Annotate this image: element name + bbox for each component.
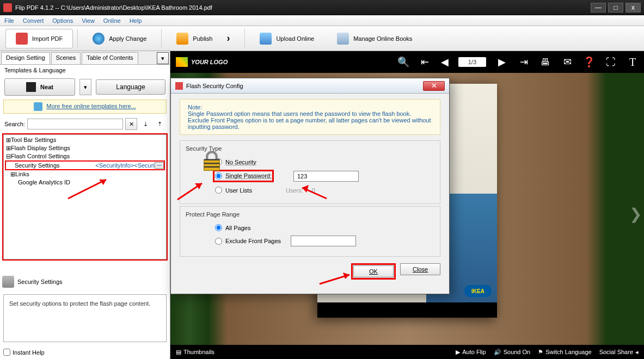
page-indicator[interactable]: 1/3 <box>458 57 486 67</box>
menu-convert[interactable]: Convert <box>23 17 44 24</box>
tree-links[interactable]: ⊞Links <box>5 170 165 178</box>
close-button[interactable]: Close <box>400 263 440 275</box>
publish-button[interactable]: Publish › <box>166 29 240 48</box>
apply-change-button[interactable]: Apply Change <box>82 29 157 48</box>
sort-down-icon[interactable]: ⇣ <box>139 118 151 130</box>
no-security-label: No Security <box>225 159 256 165</box>
instant-help-row[interactable]: Instant Help <box>3 349 167 356</box>
tree-flash-control-settings[interactable]: ⊟Flash Control Settings <box>5 152 165 160</box>
main-toolbar: Import PDF Apply Change Publish › Upload… <box>0 26 644 51</box>
user-lists-radio[interactable] <box>215 187 222 194</box>
dialog-note: Note: Single Password option means that … <box>180 99 440 135</box>
users-count: 0 <box>312 187 315 194</box>
ok-button[interactable]: OK <box>353 265 394 277</box>
window-title: Flip PDF 4.1.2 -- C:\Users\Administrator… <box>15 4 591 11</box>
instant-help-label: Instant Help <box>13 349 45 356</box>
upload-online-button[interactable]: Upload Online <box>249 29 324 48</box>
tab-design-setting[interactable]: Design Setting <box>1 52 50 64</box>
help-icon[interactable]: ❓ <box>583 56 595 68</box>
lock-icon <box>200 150 224 174</box>
viewer-footer: ▤ Thumbnails ▶ Auto Flip 🔊 Sound On ⚑ Sw… <box>170 345 644 359</box>
protect-range-fieldset: Protect Page Range All Pages Exclude Fro… <box>180 206 440 257</box>
svg-rect-0 <box>204 160 220 171</box>
separator <box>161 29 162 48</box>
radio-no-security[interactable]: No Security <box>215 156 431 168</box>
text-icon[interactable]: T <box>627 56 639 68</box>
next-arrow-icon[interactable]: ❯ <box>629 205 642 223</box>
security-value-cell[interactable]: <SecurityInfo><Securi··· <box>95 162 164 169</box>
instant-help-checkbox[interactable] <box>3 349 10 356</box>
language-button[interactable]: Language <box>96 79 165 95</box>
tree-toolbar-settings[interactable]: ⊞Tool Bar Settings <box>5 136 165 144</box>
note-label: Note: <box>188 104 202 110</box>
print-icon[interactable]: 🖶 <box>539 56 551 68</box>
switch-language-button[interactable]: ⚑ Switch Language <box>538 349 591 356</box>
left-panel: Design Setting Scenes Table of Contents … <box>0 51 170 359</box>
tab-toc[interactable]: Table of Contents <box>82 52 138 64</box>
clear-search-button[interactable]: ✕ <box>125 118 137 130</box>
templates-link-bar: More free online templates here... <box>3 100 167 114</box>
description-box: Set security options to protect the flas… <box>3 294 167 342</box>
tree-security-settings[interactable]: Security Settings <SecurityInfo><Securi·… <box>5 160 165 170</box>
tree-google-analytics[interactable]: Google Analytics ID <box>5 178 165 186</box>
dialog-close-x[interactable]: ✕ <box>423 81 445 91</box>
sort-up-icon[interactable]: ⇡ <box>154 118 165 130</box>
upload-icon <box>260 33 272 45</box>
template-dropdown-icon[interactable]: ▾ <box>79 79 91 95</box>
user-lists-label: User Lists <box>225 187 252 194</box>
radio-all-pages[interactable]: All Pages <box>215 222 431 233</box>
templates-language-label: Templates & Language <box>0 65 170 76</box>
users-label: Users: <box>286 187 303 194</box>
menu-online[interactable]: Online <box>103 17 121 24</box>
menu-view[interactable]: View <box>82 17 95 24</box>
manage-books-button[interactable]: Manage Online Books <box>327 29 422 48</box>
email-icon[interactable]: ✉ <box>561 56 573 68</box>
minimize-button[interactable]: — <box>591 3 606 13</box>
import-pdf-button[interactable]: Import PDF <box>5 29 73 48</box>
zoom-icon[interactable]: 🔍 <box>397 56 409 68</box>
more-templates-link[interactable]: More free online templates here... <box>46 103 136 109</box>
viewer-toolbar: YOUR LOGO 🔍 ⇤ ◀ 1/3 ▶ ⇥ 🖶 ✉ ❓ ⛶ T <box>170 51 644 73</box>
tab-dropdown-icon[interactable]: ▾ <box>157 52 169 64</box>
first-page-icon[interactable]: ⇤ <box>419 56 431 68</box>
menu-options[interactable]: Options <box>52 17 73 24</box>
exclude-front-radio[interactable] <box>215 238 222 245</box>
security-type-fieldset: Security Type No Security Single Passwor… <box>180 140 440 204</box>
search-label: Search: <box>4 121 25 127</box>
search-input[interactable] <box>27 119 123 129</box>
separator <box>77 29 78 48</box>
apply-change-label: Apply Change <box>109 35 146 42</box>
thumbnails-button[interactable]: ▤ Thumbnails <box>176 349 214 356</box>
radio-user-lists[interactable]: User Lists Users: 0 <box>215 184 431 196</box>
fullscreen-icon[interactable]: ⛶ <box>605 56 617 68</box>
pdf-icon <box>16 33 28 45</box>
prev-page-icon[interactable]: ◀ <box>441 56 449 68</box>
radio-exclude-front[interactable]: Exclude Front Pages <box>215 233 431 249</box>
single-password-label: Single Password: <box>225 172 272 180</box>
all-pages-label: All Pages <box>225 225 250 231</box>
separator <box>244 29 245 48</box>
all-pages-radio[interactable] <box>215 224 222 231</box>
dialog-title: Flash Security Config <box>186 83 423 89</box>
settings-tree[interactable]: ⊞Tool Bar Settings ⊞Flash Display Settin… <box>3 134 167 259</box>
menu-file[interactable]: File <box>4 17 14 24</box>
tree-flash-display-settings[interactable]: ⊞Flash Display Settings <box>5 144 165 152</box>
note-body: Single Password option means that users … <box>188 110 431 130</box>
publish-label: Publish <box>193 35 212 42</box>
sound-button[interactable]: 🔊 Sound On <box>494 349 531 356</box>
desc-title: Security Settings <box>17 278 63 285</box>
tab-scenes[interactable]: Scenes <box>51 52 81 64</box>
dialog-app-icon <box>175 82 183 90</box>
next-page-icon[interactable]: ▶ <box>496 56 508 68</box>
last-page-icon[interactable]: ⇥ <box>518 56 530 68</box>
template-neat-button[interactable]: Neat <box>4 78 75 96</box>
menu-help[interactable]: Help <box>130 17 142 24</box>
book-icon <box>26 82 36 92</box>
info-icon <box>34 102 42 111</box>
social-share-button[interactable]: Social Share ◂ <box>599 349 639 356</box>
maximize-button[interactable]: □ <box>608 3 623 13</box>
close-button[interactable]: x <box>625 3 641 13</box>
autoflip-button[interactable]: ▶ Auto Flip <box>456 349 486 356</box>
exclude-pages-input[interactable] <box>291 236 356 246</box>
password-input[interactable] <box>293 171 359 182</box>
